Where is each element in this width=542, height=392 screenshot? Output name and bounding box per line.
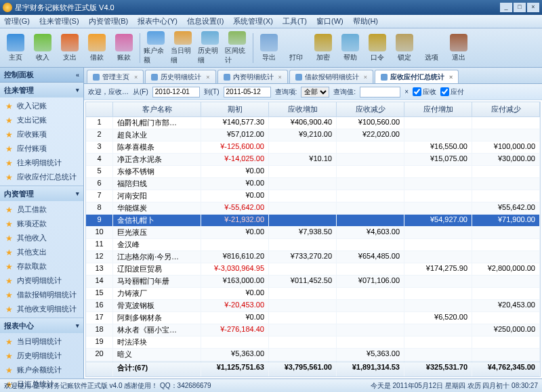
panel-header[interactable]: 往来管理▾ [0,83,83,97]
maximize-button[interactable]: □ [514,3,526,12]
cell: ¥-55,642.00 [201,202,269,214]
toolbar-口令[interactable]: 口令 [364,30,390,66]
column-header[interactable]: 期初 [201,102,269,116]
tab[interactable]: 历史明细统计× [145,70,215,83]
column-header[interactable] [86,102,113,116]
cell: 19 [86,336,113,348]
panel-header[interactable]: 内资管理▾ [0,186,83,201]
from-date-input[interactable] [152,87,200,97]
grid-body[interactable]: 1伯爵礼帽门市部…¥140,577.30¥406,900.40¥100,560.… [86,117,540,362]
table-row[interactable]: 3陈孝喜模条¥-125,600.00¥16,550.00¥100,000.00 [86,141,540,154]
toolbar-帮助[interactable]: 帮助 [337,30,363,66]
tab-close-icon[interactable]: × [206,74,209,81]
tab[interactable]: 应收应付汇总统计× [375,70,459,83]
column-header[interactable]: 应收增加 [269,102,337,116]
menu-item[interactable]: 工具(T) [283,16,307,26]
toolbar-退出[interactable]: 退出 [446,30,472,66]
table-row[interactable]: 16骨克波钢板¥-20,453.00¥20,453.00 [86,300,540,312]
table-row[interactable]: 7河南安阳¥0.00 [86,190,540,202]
table-row[interactable]: 9金信礼帽卜¥-21,932.00¥54,927.00¥71,900.00 [86,215,540,227]
menu-item[interactable]: 窗口(W) [316,16,343,26]
table-row[interactable]: 2超良冰业¥57,012.00¥9,210.00¥22,020.00 [86,129,540,141]
nav-item[interactable]: ★收入记账 [0,99,83,113]
table-row[interactable]: 18林永者《丽小宝…¥-276,184.40¥250,000.00 [86,324,540,336]
minimize-button[interactable]: _ [500,3,512,12]
nav-item[interactable]: ★其他收入 [0,231,83,245]
range-select[interactable]: 全部 [301,87,329,97]
menu-item[interactable]: 系统管理(X) [233,16,273,26]
nav-item[interactable]: ★其他支出 [0,245,83,259]
tab-close-icon[interactable]: × [134,74,138,81]
close-button[interactable]: × [527,3,539,12]
nav-item[interactable]: ★应付账项 [0,141,83,156]
tab[interactable]: 借款报销明细统计× [289,70,373,83]
table-row[interactable]: 20暗义¥5,363.00¥5,363.00 [86,349,540,361]
toolbar-主页[interactable]: 主页 [3,30,28,66]
toolbar-账款[interactable]: 账款 [111,30,137,66]
cell: 辽阳波巨贸易 [113,263,201,275]
nav-item[interactable]: ★借款报销明细统计 [0,288,83,302]
column-header[interactable]: 应付增加 [404,102,472,116]
toolbar-账户余额[interactable]: 账户余额 [143,30,169,66]
table-row[interactable]: 1伯爵礼帽门市部…¥140,577.30¥406,900.40¥100,560.… [86,117,540,129]
cell: 5 [86,166,113,177]
nav-item[interactable]: ★内资明细统计 [0,274,83,288]
toolbar-icon [115,34,133,51]
nav-item[interactable]: ★当日明细统计 [0,334,83,349]
nav-item[interactable]: ★账户余额统计 [0,363,83,377]
toolbar-收入[interactable]: 收入 [30,30,56,66]
tab-close-icon[interactable]: × [278,74,282,81]
table-row[interactable]: 15力铸液厂¥0.00 [86,288,540,300]
to-date-input[interactable] [224,87,271,97]
nav-item[interactable]: ★应收应付汇总统计 [0,170,83,184]
toolbar-支出[interactable]: 支出 [57,30,83,66]
table-row[interactable]: 19时法泽块 [86,336,540,349]
cell: ¥654,485.00 [337,251,404,263]
nav-item[interactable]: ★其他收支明细统计 [0,302,83,316]
tab-close-icon[interactable]: × [449,74,453,81]
tab-label: 管理主页 [102,72,129,82]
toolbar-加密[interactable]: 加密 [310,30,336,66]
menu-item[interactable]: 往来管理(S) [39,16,79,26]
toolbar-区间统计[interactable]: 区间统计 [224,30,250,66]
toolbar-导出[interactable]: 导出 [256,30,282,66]
nav-item[interactable]: ★账项还款 [0,217,83,231]
nav-item[interactable]: ★应收账项 [0,127,83,141]
value-input[interactable] [360,87,400,97]
nav-item[interactable]: ★历史明细统计 [0,349,83,363]
chk-receivable[interactable]: 应收 [413,87,436,97]
nav-item[interactable]: ★支出记账 [0,113,83,127]
tab[interactable]: 管理主页× [87,70,144,83]
column-header[interactable]: 客户名称 [113,102,201,116]
nav-item[interactable]: ★往来明细统计 [0,156,83,170]
toolbar-当日明细[interactable]: 当日明细 [170,30,196,66]
table-row[interactable]: 5东修不锈钢¥0.00 [86,166,540,178]
table-row[interactable]: 17阿刺多钢材条¥0.00¥6,520.00 [86,312,540,324]
menu-item[interactable]: 内资管理(B) [89,16,129,26]
toolbar-选项[interactable]: 选项 [419,30,444,66]
menu-item[interactable]: 管理(G) [4,16,30,26]
table-row[interactable]: 6福陪归线¥0.00 [86,178,540,190]
tab[interactable]: 内资明细统计× [217,70,288,83]
tab-close-icon[interactable]: × [364,74,367,81]
menu-item[interactable]: 报表中心(Y) [138,16,178,26]
menu-item[interactable]: 帮助(H) [353,16,378,26]
table-row[interactable]: 13辽阳波巨贸易¥-3,030,964.95¥174,275.90¥2,800,… [86,263,540,276]
nav-item[interactable]: ★存款取款 [0,259,83,274]
column-header[interactable]: 应收减少 [337,102,404,116]
table-row[interactable]: 4净正含水泥条¥-14,025.00¥10.10¥15,075.00¥30,00… [86,154,540,166]
toolbar-打印[interactable]: 打印 [283,30,309,66]
panel-header[interactable]: 报表中心▾ [0,318,83,333]
table-row[interactable]: 12江志格尔南·今另…¥816,610.20¥733,270.20¥654,48… [86,251,540,263]
toolbar-锁定[interactable]: 锁定 [392,30,417,66]
table-row[interactable]: 10巨光液压¥0.00¥7,938.50¥4,603.00 [86,227,540,239]
table-row[interactable]: 8华能煤炭¥-55,642.00¥55,642.00 [86,202,540,215]
table-row[interactable]: 11金汉峰 [86,239,540,251]
toolbar-借款[interactable]: 借款 [84,30,110,66]
table-row[interactable]: 14马玲丽帽门年册¥163,000.00¥011,452.50¥071,106.… [86,276,540,288]
column-header[interactable]: 应付减少 [472,102,540,116]
nav-item[interactable]: ★员工借款 [0,202,83,217]
menu-item[interactable]: 信息设置(I) [187,16,224,26]
chk-payable[interactable]: 应付 [440,87,464,97]
toolbar-历史明细[interactable]: 历史明细 [197,30,223,66]
